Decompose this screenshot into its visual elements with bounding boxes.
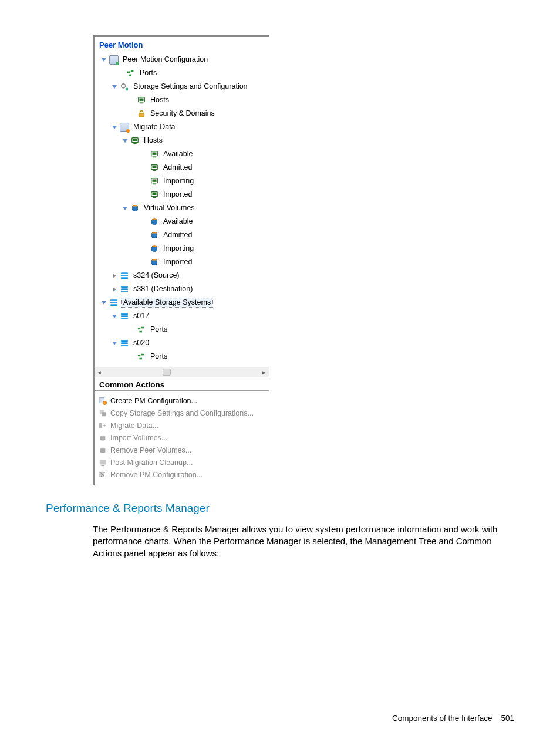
tree-label: Admitted: [161, 163, 194, 172]
svg-rect-18: [153, 166, 157, 168]
ports-icon: [137, 325, 146, 335]
migrate-icon: [98, 421, 107, 430]
expander-down-icon[interactable]: [111, 313, 118, 320]
tree-node-s020[interactable]: s020: [95, 336, 269, 350]
tree-label: Peer Motion Configuration: [121, 55, 210, 64]
action-label: Create PM Configuration...: [110, 397, 197, 405]
expander-down-icon[interactable]: [100, 56, 107, 63]
action-label: Import Volumes...: [110, 434, 167, 442]
svg-rect-19: [153, 170, 156, 171]
tree-label: s324 (Source): [131, 271, 181, 280]
tree-label: Ports: [149, 352, 169, 361]
svg-rect-32: [141, 326, 144, 328]
tree-label: Ports: [149, 325, 169, 334]
tree-node-hosts[interactable]: Hosts: [95, 93, 269, 107]
expander-down-icon[interactable]: [111, 340, 118, 347]
volume-icon: [150, 258, 159, 267]
tree-node-ports[interactable]: Ports: [95, 66, 269, 80]
action-label: Remove PM Configuration...: [110, 471, 203, 479]
tree-label: Importing: [161, 177, 195, 185]
svg-rect-44: [100, 460, 106, 464]
tree-node-s017-ports[interactable]: Ports: [95, 323, 269, 336]
ports-icon: [126, 69, 136, 78]
tree-label: Imported: [161, 190, 194, 199]
svg-rect-13: [133, 143, 136, 144]
migrate-icon: [120, 123, 129, 132]
host-icon: [130, 136, 140, 146]
svg-rect-15: [153, 152, 157, 154]
common-actions-list: Create PM Configuration... Copy Storage …: [95, 391, 269, 485]
tree-label: Storage Settings and Configuration: [131, 82, 249, 91]
action-label: Post Migration Cleanup...: [110, 458, 193, 467]
svg-rect-36: [140, 357, 142, 359]
svg-rect-9: [140, 102, 143, 103]
tree-node-vol-importing[interactable]: Importing: [95, 242, 269, 255]
volume-icon: [150, 231, 159, 240]
volume-icon: [150, 244, 159, 254]
svg-point-5: [122, 83, 126, 87]
action-post-migration-cleanup: Post Migration Cleanup...: [98, 456, 265, 468]
tree-node-virtual-volumes[interactable]: Virtual Volumes: [95, 201, 269, 215]
tree-node-vol-admitted[interactable]: Admitted: [95, 228, 269, 242]
scroll-right-icon[interactable]: ►: [261, 369, 268, 376]
expander-right-icon[interactable]: [111, 286, 118, 293]
action-label: Copy Storage Settings and Configurations…: [110, 409, 254, 417]
scroll-left-icon[interactable]: ◄: [96, 369, 103, 376]
security-icon: [137, 109, 146, 119]
expander-down-icon[interactable]: [122, 205, 129, 212]
action-remove-pm-config: Remove PM Configuration...: [98, 468, 265, 481]
footer-page-number: 501: [501, 714, 514, 723]
tree-node-vol-available[interactable]: Available: [95, 215, 269, 228]
peer-motion-panel: Peer Motion Peer Motion Configuration Po…: [93, 35, 269, 485]
tree-node-hosts-imported[interactable]: Imported: [95, 188, 269, 201]
tree-node-hosts-importing[interactable]: Importing: [95, 174, 269, 188]
tree-node-migrate-data[interactable]: Migrate Data: [95, 120, 269, 134]
tree-node-vol-imported[interactable]: Imported: [95, 255, 269, 269]
ports-icon: [137, 352, 146, 362]
svg-rect-25: [153, 197, 156, 198]
tree-node-migrate-hosts[interactable]: Hosts: [95, 134, 269, 147]
tree-node-available-systems[interactable]: Available Storage Systems: [95, 296, 269, 309]
host-icon: [137, 96, 146, 105]
panel-title: Peer Motion: [95, 37, 269, 52]
tree-node-hosts-available[interactable]: Available: [95, 147, 269, 161]
tree-node-s381[interactable]: s381 (Destination): [95, 282, 269, 296]
footer-text: Components of the Interface: [392, 714, 492, 723]
host-icon: [150, 177, 159, 186]
expander-down-icon[interactable]: [122, 137, 129, 144]
system-icon: [120, 312, 129, 321]
expander-down-icon[interactable]: [100, 299, 107, 306]
tree-label: Virtual Volumes: [142, 204, 197, 212]
tree-label: Migrate Data: [131, 123, 177, 131]
system-icon: [120, 339, 129, 348]
tree-node-storage-settings[interactable]: Storage Settings and Configuration: [95, 80, 269, 93]
svg-rect-12: [133, 139, 137, 141]
tree-label: s020: [131, 339, 151, 347]
horizontal-scrollbar[interactable]: ◄ ►: [95, 367, 269, 377]
svg-rect-24: [153, 193, 157, 195]
expander-right-icon[interactable]: [111, 272, 118, 279]
svg-rect-41: [99, 423, 102, 428]
action-remove-peer-volumes: Remove Peer Volumes...: [98, 444, 265, 456]
cleanup-icon: [98, 458, 107, 467]
svg-rect-35: [141, 353, 144, 355]
svg-rect-21: [153, 179, 157, 181]
host-icon: [150, 190, 159, 200]
tree-node-s324[interactable]: s324 (Source): [95, 269, 269, 282]
tree-node-s017[interactable]: s017: [95, 309, 269, 323]
expander-down-icon[interactable]: [111, 124, 118, 131]
tree-node-security[interactable]: Security & Domains: [95, 107, 269, 120]
action-copy-settings: Copy Storage Settings and Configurations…: [98, 407, 265, 419]
tree-node-s020-ports[interactable]: Ports: [95, 350, 269, 363]
navigation-tree: Peer Motion Configuration Ports Storage …: [95, 52, 269, 367]
scroll-track[interactable]: [103, 369, 261, 376]
action-create-pm-config[interactable]: Create PM Configuration...: [98, 394, 265, 407]
svg-rect-22: [153, 183, 156, 184]
tree-label: Available: [161, 217, 195, 226]
system-icon: [120, 285, 129, 294]
tree-node-pm-config[interactable]: Peer Motion Configuration: [95, 53, 269, 66]
volume-icon: [130, 204, 140, 213]
tree-node-hosts-admitted[interactable]: Admitted: [95, 161, 269, 174]
common-actions-header: Common Actions: [95, 377, 269, 391]
expander-down-icon[interactable]: [111, 83, 118, 90]
